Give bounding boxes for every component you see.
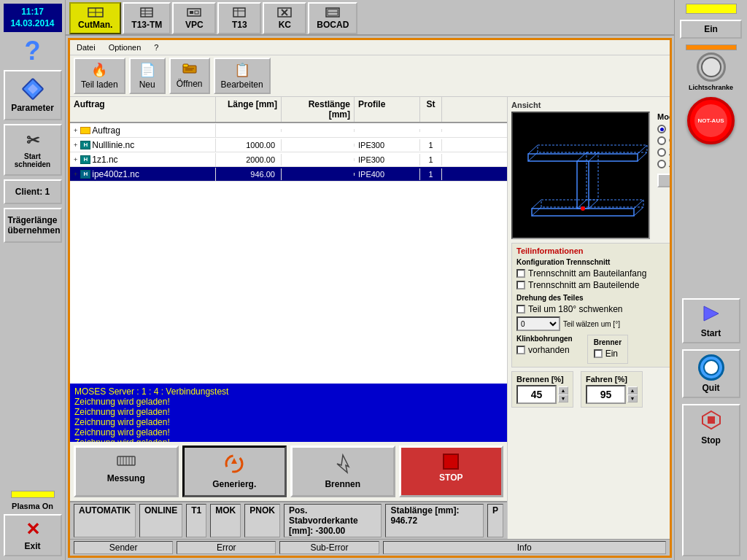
radio-zoom-recht[interactable]: Zoom Recht: [657, 159, 670, 169]
menu-optionen[interactable]: Optionen: [106, 42, 144, 52]
stop-right-icon: [700, 409, 722, 433]
th-auftrag: Auftrag: [70, 97, 216, 122]
menu-datei[interactable]: Datei: [74, 42, 98, 52]
klink-label: Klinkbohrungen: [516, 335, 573, 343]
tab-kc[interactable]: KC: [263, 2, 306, 34]
svg-line-42: [528, 145, 538, 154]
status-automatik: AUTOMATIK: [74, 504, 136, 537]
th-profile: Profile: [355, 97, 420, 122]
tool-oeffnen[interactable]: Öffnen: [169, 58, 210, 94]
brennen-button[interactable]: Brennen: [290, 446, 395, 497]
lichtschranke-circle: [697, 52, 726, 82]
start-schneiden-button[interactable]: ✂ Start schneiden: [4, 124, 62, 176]
svg-line-41: [638, 152, 647, 161]
lichtschranke-label: Lichtschranke: [689, 84, 733, 91]
bocad-icon: [325, 7, 341, 18]
orange-bar: [686, 44, 737, 50]
brennen-up-btn[interactable]: ▲: [558, 386, 568, 394]
parameter-label: Parameter: [11, 103, 54, 113]
chk-schwenken[interactable]: [516, 305, 525, 314]
quit-inner: [703, 359, 719, 376]
radio-zoom-recht-btn[interactable]: [657, 160, 666, 168]
exit-button[interactable]: ✕ Exit: [4, 514, 62, 556]
tab-t13[interactable]: T13: [217, 2, 261, 34]
fahren-label: Fahren [%]: [586, 375, 638, 384]
not-aus-button[interactable]: NOT-AUS: [687, 97, 735, 144]
teil-laden-icon: 🔥: [91, 62, 107, 78]
chk-ende[interactable]: [516, 281, 525, 289]
status-online: ONLINE: [139, 504, 182, 537]
h-icon-2: H: [80, 155, 90, 164]
log-line-4: Zeichnung wird geladen!: [74, 427, 503, 438]
table-row[interactable]: + H ipe400z1.nc 946.00 IPE400 1: [70, 167, 507, 182]
brennen-input[interactable]: 45: [516, 385, 557, 404]
menu-bar: Datei Optionen ?: [70, 40, 670, 55]
td-st-0: [420, 129, 442, 132]
tab-cutman[interactable]: CutMan.: [69, 2, 121, 34]
svg-rect-20: [183, 64, 188, 67]
tool-teil-laden[interactable]: 🔥 Teil laden: [74, 58, 125, 94]
fahren-input[interactable]: 95: [586, 385, 626, 404]
chk-anfang[interactable]: [516, 269, 525, 278]
expand-icon-1[interactable]: +: [74, 141, 77, 149]
td-laenge-1: 1000.00: [216, 139, 282, 151]
parameter-button[interactable]: Parameter: [4, 70, 62, 120]
fahren-spinner: 95 ▲ ▼: [586, 385, 638, 404]
start-right-button[interactable]: Start: [682, 298, 740, 343]
chk-brenner-ein[interactable]: [594, 349, 603, 358]
walzen-select[interactable]: 0 90 180 270: [516, 316, 560, 331]
td-restlaenge-2: [282, 158, 355, 161]
table-row[interactable]: + H 1z1.nc 2000.00 IPE300 1: [70, 152, 507, 167]
radio-pan-label: Pan: [669, 124, 670, 134]
radio-pan[interactable]: Pan: [657, 124, 670, 134]
help-button[interactable]: ?: [25, 36, 41, 66]
brennen-down-btn[interactable]: ▼: [558, 394, 568, 402]
brennen-spinner-btns: ▲ ▼: [558, 386, 568, 402]
ein-button[interactable]: Ein: [680, 20, 742, 39]
th-laenge: Länge [mm]: [216, 97, 282, 122]
ansicht-modus-row: Ansicht: [511, 101, 670, 239]
th-st: St: [420, 97, 442, 122]
radio-orbit-btn[interactable]: [657, 136, 666, 145]
menu-help[interactable]: ?: [151, 42, 161, 52]
fahren-down-btn[interactable]: ▼: [627, 394, 638, 402]
messung-button[interactable]: Messung: [74, 446, 179, 497]
svg-marker-39: [541, 200, 643, 207]
chk-vorhanden[interactable]: [516, 346, 525, 354]
td-profile-1: IPE300: [355, 139, 420, 151]
svg-point-50: [581, 206, 585, 211]
status-p: P: [487, 504, 503, 537]
expand-icon-2[interactable]: +: [74, 156, 77, 163]
generierg-icon: [224, 454, 244, 476]
table-row[interactable]: + Auftrag: [70, 123, 507, 138]
main-panel: Datei Optionen ? 🔥 Teil laden 📄 Neu: [68, 38, 672, 558]
td-auftrag-0: + Auftrag: [70, 124, 216, 137]
td-st-3: 1: [420, 168, 442, 180]
tool-neu[interactable]: 📄 Neu: [129, 58, 166, 94]
expand-icon-0[interactable]: +: [74, 127, 77, 134]
svg-marker-33: [577, 161, 589, 209]
tab-bocad[interactable]: BOCAD: [308, 2, 357, 34]
svg-line-47: [589, 200, 598, 209]
t13-icon: [231, 7, 247, 18]
table-row[interactable]: + H Nulllinie.nc 1000.00 IPE300 1: [70, 138, 507, 152]
expand-icon-3[interactable]: +: [74, 171, 77, 178]
fahren-up-btn[interactable]: ▲: [627, 386, 638, 394]
radio-zoom[interactable]: Zoom: [657, 147, 670, 158]
radio-zoom-btn[interactable]: [657, 148, 666, 157]
quit-button[interactable]: Quit: [682, 349, 740, 398]
stop-button[interactable]: STOP: [399, 446, 504, 497]
tool-bearbeiten[interactable]: 📋 Bearbeiten: [214, 58, 271, 94]
stop-right-button[interactable]: Stop: [682, 404, 740, 556]
svg-rect-10: [233, 8, 245, 17]
zoom-max-button[interactable]: Zoom max: [657, 174, 670, 187]
traegerlaenge-button[interactable]: Trägerlänge übernehmen: [4, 208, 62, 243]
neu-icon: 📄: [139, 62, 155, 78]
tab-t13tm[interactable]: T13-TM: [123, 2, 171, 34]
radio-pan-btn[interactable]: [657, 125, 666, 133]
generierg-button[interactable]: Generierg.: [182, 446, 287, 497]
generierg-label: Generierg.: [212, 479, 256, 489]
radio-orbit[interactable]: Orbit: [657, 136, 670, 146]
svg-line-37: [532, 200, 541, 209]
tab-vpc[interactable]: VPC: [172, 2, 216, 34]
